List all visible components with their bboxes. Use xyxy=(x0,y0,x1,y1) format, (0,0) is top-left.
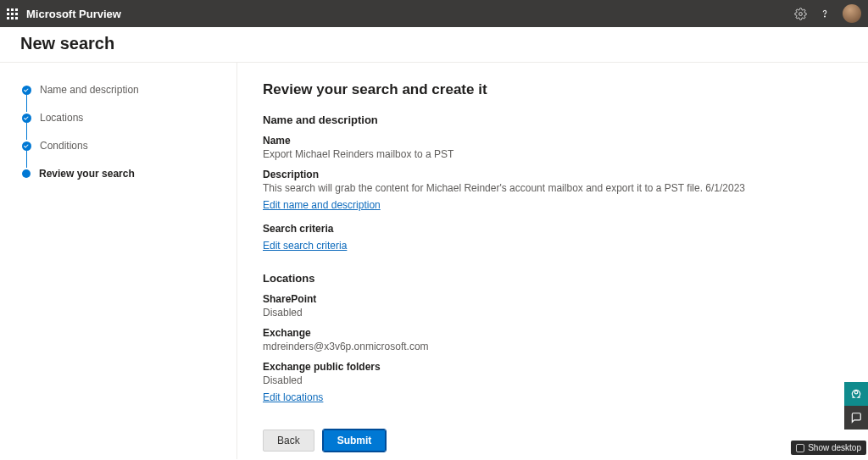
svg-point-0 xyxy=(799,12,803,15)
settings-icon[interactable] xyxy=(794,8,807,20)
side-widgets xyxy=(844,382,868,430)
edit-name-description-link[interactable]: Edit name and description xyxy=(263,199,381,211)
svg-point-1 xyxy=(825,16,826,17)
edit-search-criteria-link[interactable]: Edit search criteria xyxy=(263,240,347,252)
description-value: This search will grab the content for Mi… xyxy=(263,182,843,194)
check-icon xyxy=(22,141,31,151)
description-label: Description xyxy=(263,169,843,180)
page-header: New search xyxy=(0,27,868,63)
wizard-step-review[interactable]: Review your search xyxy=(22,167,236,180)
submit-button[interactable]: Submit xyxy=(323,430,387,452)
current-step-icon xyxy=(22,169,31,178)
wizard-step-locations[interactable]: Locations xyxy=(22,111,236,125)
wizard-steps-nav: Name and description Locations Condition… xyxy=(0,63,237,459)
wizard-step-conditions[interactable]: Conditions xyxy=(22,139,236,152)
name-label: Name xyxy=(263,135,843,147)
sharepoint-value: Disabled xyxy=(263,307,843,319)
exchange-value: mdreinders@x3v6p.onmicrosoft.com xyxy=(263,341,843,352)
app-launcher-icon[interactable] xyxy=(7,8,18,19)
public-folders-label: Exchange public folders xyxy=(263,361,843,373)
feedback-widget-icon[interactable] xyxy=(844,406,868,430)
help-icon[interactable] xyxy=(819,8,831,19)
svg-point-2 xyxy=(854,391,858,395)
name-value: Export Michael Reinders mailbox to a PST xyxy=(263,148,843,160)
wizard-body: Review your search and create it Name an… xyxy=(237,63,868,459)
exchange-label: Exchange xyxy=(263,327,843,339)
section-name-description-title: Name and description xyxy=(263,114,843,126)
wizard-footer: Back Submit xyxy=(263,430,386,452)
show-desktop-tooltip[interactable]: Show desktop xyxy=(791,441,866,455)
top-app-bar: Microsoft Purview xyxy=(0,0,868,27)
check-icon xyxy=(22,86,31,95)
public-folders-value: Disabled xyxy=(263,374,843,386)
support-widget-icon[interactable] xyxy=(844,382,868,406)
app-title: Microsoft Purview xyxy=(26,8,121,20)
page-title: New search xyxy=(20,34,848,53)
avatar[interactable] xyxy=(843,4,861,23)
review-heading: Review your search and create it xyxy=(263,81,843,98)
wizard-step-name-description[interactable]: Name and description xyxy=(22,83,236,97)
sharepoint-label: SharePoint xyxy=(263,293,843,305)
edit-locations-link[interactable]: Edit locations xyxy=(263,391,323,403)
section-locations-title: Locations xyxy=(263,272,843,285)
check-icon xyxy=(22,114,31,123)
section-search-criteria-title: Search criteria xyxy=(263,223,843,235)
back-button[interactable]: Back xyxy=(263,430,314,452)
